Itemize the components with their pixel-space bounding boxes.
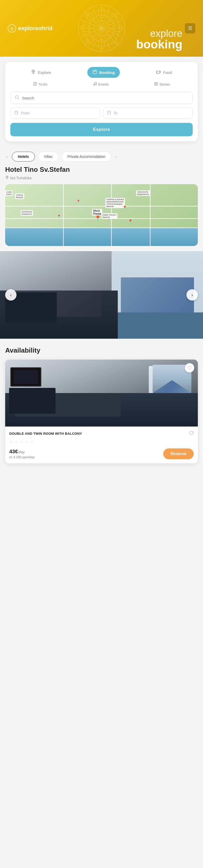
- hero-decoration: [76, 3, 127, 54]
- tab-food-label: Food: [163, 70, 172, 75]
- hero-title-explore: explore: [136, 29, 182, 38]
- tab-booking[interactable]: Booking: [87, 67, 120, 78]
- map-pin-3: 📍: [128, 219, 132, 223]
- price-reserve-row: 43€/day or 4.200 ден/day Reserve: [9, 448, 194, 459]
- main-card: Explore Booking Food To-Do Events: [5, 62, 198, 142]
- property-tab-villas[interactable]: Villas: [38, 152, 58, 161]
- room-image: [5, 360, 198, 427]
- refresh-icon[interactable]: [189, 431, 194, 437]
- sofa: [10, 290, 101, 317]
- property-tab-private[interactable]: Private Accommodation: [61, 152, 111, 161]
- tab-explore[interactable]: Explore: [26, 67, 56, 78]
- property-tab-prev-arrow[interactable]: ‹: [5, 153, 9, 160]
- search-icon: [15, 95, 19, 101]
- map-label-ohrid: OhridОхрид: [92, 209, 102, 216]
- room-image-container: [5, 360, 198, 427]
- svg-point-29: [95, 84, 96, 85]
- food-icon: [156, 69, 161, 75]
- tab-food[interactable]: Food: [151, 67, 177, 78]
- date-row: From To: [10, 107, 193, 119]
- star-4: ☆: [25, 439, 29, 445]
- to-date-input[interactable]: To: [103, 107, 193, 119]
- map-label-voska: VODKAВОШКА: [15, 193, 24, 199]
- chevron-left-icon: ‹: [10, 292, 11, 298]
- room-price-main: 43€/day: [9, 449, 34, 455]
- mountain-view: [121, 277, 194, 312]
- calendar-from-icon: [14, 111, 18, 115]
- star-1: ☆: [9, 439, 14, 445]
- map-pin-4: 📍: [76, 199, 80, 203]
- hotel-address: bul.Turisticka: [10, 176, 31, 180]
- room-card: DOUBLE AND TWIN ROOM WITH BALCONY ☆ ☆ ☆ …: [5, 360, 198, 463]
- map-pin-5: 📍: [57, 215, 61, 218]
- map-background: OhridОхрид VODKAВОШКА KOSHINTAКОШИНТА GO…: [5, 184, 198, 246]
- nav-events-label: Events: [98, 83, 109, 86]
- location-pin-icon: [5, 176, 9, 180]
- stories-icon: [154, 82, 158, 87]
- map-pin-2: 📍: [122, 206, 127, 210]
- availability-title: Availability: [5, 346, 198, 354]
- logo-text: exploreohrid: [18, 25, 52, 32]
- events-icon: [93, 82, 97, 87]
- explore-icon: [31, 69, 36, 75]
- map-label-dame: DAME GRUEVМААЛА: [101, 213, 118, 219]
- explore-search-button[interactable]: Explore: [10, 123, 193, 136]
- svg-rect-36: [15, 111, 18, 114]
- nav-stories-label: Stories: [160, 83, 170, 86]
- to-date-label: To: [113, 111, 118, 115]
- price-block: 43€/day or 4.200 ден/day: [9, 449, 34, 459]
- logo-icon: ◎: [8, 24, 16, 32]
- hero-title-booking: booking: [136, 38, 182, 50]
- lake-view: [111, 312, 203, 339]
- nav-stories[interactable]: Stories: [154, 82, 170, 87]
- search-bar[interactable]: [10, 92, 193, 104]
- nav-todo[interactable]: To-Do: [33, 82, 48, 87]
- room-name-row: DOUBLE AND TWIN ROOM WITH BALCONY: [9, 431, 194, 437]
- map-label-koshinta: KOSHINTAКОШИНТА: [21, 210, 33, 216]
- primary-nav: Explore Booking Food: [10, 67, 193, 78]
- hero-header: ◎ exploreohrid explore: [0, 0, 203, 57]
- menu-button[interactable]: ☰: [185, 23, 195, 33]
- from-date-input[interactable]: From: [10, 107, 100, 119]
- map-label-vidoishta: VIDOISHTAВИДОИШТА: [136, 190, 150, 196]
- search-input[interactable]: [22, 96, 188, 100]
- property-type-tabs: ‹ Hotels Villas Private Accommodation ›: [0, 147, 203, 166]
- svg-line-35: [18, 98, 19, 99]
- svg-point-28: [94, 84, 95, 85]
- carousel-image: [0, 251, 203, 339]
- hotel-image-carousel: ‹ ›: [0, 251, 203, 339]
- map-label-luan: LUANЛУАН: [5, 190, 12, 196]
- map-label-gorna: GORNA VLASHKANEIGHBORHOODГОРНА ВЛАШКАМАА…: [105, 198, 125, 208]
- room-price-local: or 4.200 ден/day: [9, 455, 34, 459]
- tab-explore-label: Explore: [38, 70, 51, 75]
- carousel-next-button[interactable]: ›: [186, 289, 198, 301]
- availability-section: Availability DOUBL: [0, 346, 203, 463]
- nav-todo-label: To-Do: [39, 83, 48, 86]
- property-tab-next-arrow[interactable]: ›: [115, 153, 118, 160]
- calendar-to-icon: [107, 111, 111, 115]
- hamburger-icon: ☰: [188, 26, 192, 31]
- svg-point-34: [15, 96, 18, 99]
- hotel-section: Hotel Tino Sv.Stefan bul.Turisticka Ohri…: [0, 166, 203, 246]
- tab-booking-label: Booking: [99, 70, 115, 75]
- coffee-table: [15, 393, 121, 416]
- star-rating: ☆ ☆ ☆ ☆ ☆: [9, 439, 194, 445]
- from-date-label: From: [21, 111, 29, 115]
- property-tab-hotels[interactable]: Hotels: [12, 152, 35, 161]
- hotel-name: Hotel Tino Sv.Stefan: [5, 166, 198, 174]
- svg-rect-20: [93, 70, 97, 74]
- carousel-prev-button[interactable]: ‹: [5, 289, 17, 301]
- favorite-button[interactable]: [185, 363, 194, 372]
- todo-icon: [33, 82, 37, 87]
- hotel-map[interactable]: OhridОхрид VODKAВОШКА KOSHINTAКОШИНТА GO…: [5, 184, 198, 246]
- star-5: ☆: [30, 439, 34, 445]
- room-tv: [10, 367, 41, 386]
- star-2: ☆: [15, 439, 19, 445]
- app-logo: ◎ exploreohrid: [8, 24, 52, 32]
- hero-title: explore booking: [136, 29, 182, 50]
- chevron-right-icon: ›: [192, 292, 193, 298]
- room-name: DOUBLE AND TWIN ROOM WITH BALCONY: [9, 432, 82, 436]
- nav-events[interactable]: Events: [93, 82, 109, 87]
- map-lake: [5, 228, 198, 246]
- reserve-button[interactable]: Reserve: [163, 448, 194, 459]
